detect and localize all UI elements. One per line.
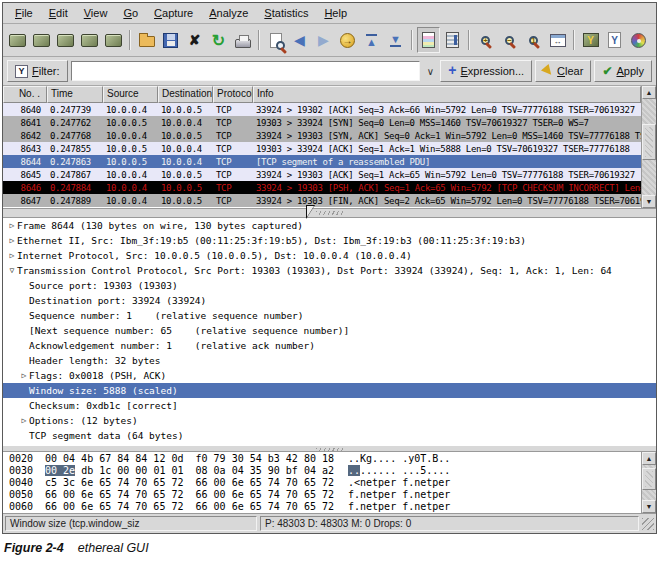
packet-row[interactable]: 86450.24786710.0.0.410.0.0.5TCP33924 > 1… [3,168,641,181]
column-header-time[interactable]: Time [47,86,103,103]
column-header-destination[interactable]: Destination [158,86,213,103]
expander-icon[interactable]: ▷ [7,251,17,260]
scroll-up-arrow[interactable] [642,86,656,99]
clear-button[interactable]: Clear [535,60,591,82]
tree-row-checksum[interactable]: Checksum: 0xdb1c [correct] [3,398,656,413]
splitter-grip-icon [316,211,344,215]
hex-row-highlighted[interactable]: 003000 2e db 1c 00 00 01 01 08 0a 04 35 … [9,465,641,477]
tree-row-destination-port[interactable]: Destination port: 33924 (33924) [3,293,656,308]
capture-start-icon [57,34,74,47]
scroll-down-arrow[interactable] [642,500,656,513]
pane-splitter[interactable] [3,445,656,452]
scrollbar-thumb[interactable] [642,124,656,160]
tree-row-acknowledgement[interactable]: Acknowledgement number: 1 (relative ack … [3,338,656,353]
packet-row[interactable]: 86420.24776810.0.0.410.0.0.5TCP33924 > 1… [3,129,641,142]
auto-scroll-button[interactable] [441,27,464,53]
tree-row-frame[interactable]: ▷Frame 8644 (130 bytes on wire, 130 byte… [3,218,656,233]
packet-list-scrollbar[interactable] [641,86,656,208]
tree-row-options[interactable]: ▷Options: (12 bytes) [3,413,656,428]
go-forward-button[interactable] [312,27,335,53]
expander-icon[interactable]: ▷ [19,371,29,380]
hex-scrollbar[interactable] [641,452,656,513]
menu-help[interactable]: Help [316,4,355,22]
tree-row-source-port[interactable]: Source port: 19303 (19303) [3,278,656,293]
packet-row-checksum-error[interactable]: 86460.24788410.0.0.410.0.0.5TCP33924 > 1… [3,181,641,194]
menu-edit[interactable]: Edit [41,4,76,22]
capture-options-button[interactable] [30,27,53,53]
filter-toolbar: Filter: Expression... Clear Apply [3,57,656,86]
resize-grip-icon[interactable] [642,518,654,530]
list-interfaces-button[interactable] [6,27,29,53]
go-back-button[interactable] [288,27,311,53]
column-header-source[interactable]: Source [103,86,158,103]
preferences-button[interactable] [651,27,657,53]
tree-row-header-length[interactable]: Header length: 32 bytes [3,353,656,368]
colorize-button[interactable] [417,27,440,53]
column-header-no[interactable]: No. . [3,86,47,103]
menu-file[interactable]: File [7,4,41,22]
hex-row[interactable]: 0040c5 3c 6e 65 74 70 65 72 66 00 6e 65 … [9,477,641,489]
capture-start-button[interactable] [54,27,77,53]
resize-columns-icon [550,34,566,47]
scroll-down-arrow[interactable] [642,195,656,208]
scrollbar-thumb[interactable] [642,468,656,490]
hex-dump-pane: 002000 04 4b 67 84 84 12 0d f0 79 30 54 … [3,452,656,514]
menu-go[interactable]: Go [115,4,146,22]
packet-row[interactable]: 86470.24788910.0.0.4TCP10.0.0.533924 > 1… [3,194,641,207]
save-as-button[interactable] [159,27,182,53]
reload-button[interactable] [207,27,230,53]
packet-row[interactable]: 86430.24785510.0.0.510.0.0.4TCP19303 > 3… [3,142,641,155]
hex-row[interactable]: 005066 00 6e 65 74 70 65 72 66 00 6e 65 … [9,489,641,501]
capture-stop-button[interactable] [78,27,101,53]
filter-input[interactable] [71,61,421,81]
find-packet-button[interactable] [264,27,287,53]
tree-row-tcp[interactable]: ▽Transmission Control Protocol, Src Port… [3,263,656,278]
tree-row-segment-data[interactable]: TCP segment data (64 bytes) [3,428,656,443]
filter-combo-arrow[interactable] [423,61,437,81]
coloring-rules-button[interactable] [627,27,650,53]
column-header-info[interactable]: Info [253,86,641,103]
expander-icon[interactable]: ▷ [19,416,29,425]
scroll-up-arrow[interactable] [642,452,656,465]
go-to-bottom-button[interactable] [384,27,407,53]
print-button[interactable] [231,27,254,53]
tree-row-sequence-number[interactable]: Sequence number: 1 (relative sequence nu… [3,308,656,323]
resize-columns-button[interactable] [546,27,569,53]
display-filter-button[interactable] [603,27,626,53]
menu-analyze[interactable]: Analyze [201,4,256,22]
tools-icon [655,32,658,48]
packet-row[interactable]: 86410.24776210.0.0.510.0.0.4TCP19303 > 3… [3,116,641,129]
apply-button[interactable]: Apply [594,60,652,82]
plus-icon [448,65,456,77]
capture-filter-button[interactable] [579,27,602,53]
zoom-in-button[interactable]: + [474,27,497,53]
close-capture-button[interactable] [183,27,206,53]
tree-row-ip[interactable]: ▷Internet Protocol, Src: 10.0.0.5 (10.0.… [3,248,656,263]
packet-row-selected[interactable]: 86440.24786310.0.0.510.0.0.4TCP[TCP segm… [3,155,641,168]
pane-splitter[interactable] [3,209,656,218]
auto-scroll-icon [446,32,459,48]
column-header-protocol[interactable]: Protocol [213,86,253,103]
expander-icon[interactable]: ▷ [7,236,17,245]
tree-row-ethernet[interactable]: ▷Ethernet II, Src: Ibm_3f:19:b5 (00:11:2… [3,233,656,248]
splitter-grip-icon [316,448,344,452]
packet-row[interactable]: 86400.24773910.0.0.410.0.0.5TCP33924 > 1… [3,103,641,116]
hex-row[interactable]: 002000 04 4b 67 84 84 12 0d f0 79 30 54 … [9,453,641,465]
tree-row-flags[interactable]: ▷Flags: 0x0018 (PSH, ACK) [3,368,656,383]
expander-icon[interactable]: ▷ [7,221,17,230]
go-to-packet-button[interactable] [336,27,359,53]
menu-view[interactable]: View [76,4,116,22]
open-file-button[interactable] [135,27,158,53]
menu-capture[interactable]: Capture [146,4,201,22]
filter-button[interactable]: Filter: [7,60,68,82]
expander-icon[interactable]: ▽ [7,266,17,275]
tree-row-window-size-selected[interactable]: Window size: 5888 (scaled) [3,383,656,398]
zoom-out-button[interactable]: − [498,27,521,53]
hex-row[interactable]: 006066 00 6e 65 74 70 65 72 66 00 6e 65 … [9,501,641,513]
zoom-100-button[interactable]: 1 [522,27,545,53]
go-to-top-button[interactable] [360,27,383,53]
tree-row-next-sequence-number[interactable]: [Next sequence number: 65 (relative sequ… [3,323,656,338]
menu-statistics[interactable]: Statistics [256,4,316,22]
capture-restart-button[interactable] [102,27,125,53]
expression-button[interactable]: Expression... [440,60,532,82]
